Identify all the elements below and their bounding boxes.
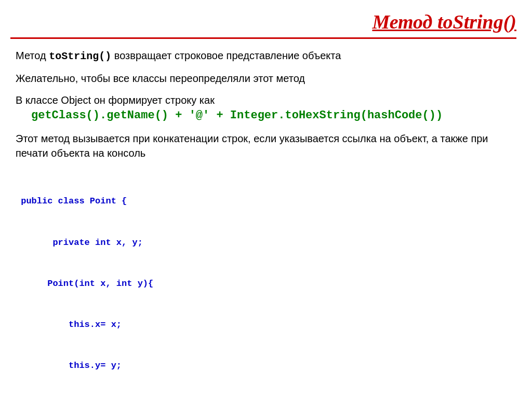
code-block: public class Point { private int x, y; P… [16,168,511,398]
code-line-1: public class Point { [16,195,511,208]
paragraph-1: Метод toString() возвращает строковое пр… [16,48,511,64]
p1-prefix: Метод [16,50,49,61]
slide: Метод toString() Метод toString() возвра… [0,0,532,398]
p3-prefix: В классе Object он формирует строку как [16,94,215,106]
code-line-2: private int x, y; [16,236,511,250]
paragraph-2: Желательно, чтобы все классы переопредел… [16,71,511,86]
p1-bold: toString() [49,50,111,62]
p1-suffix: возвращает строковое представление объек… [111,50,341,61]
p3-formula: getClass().getName() + '@' + Integer.toH… [31,109,443,122]
slide-content: Метод toString() возвращает строковое пр… [10,48,516,398]
slide-title: Метод toString() [10,10,516,39]
code-line-4: this.x= x; [16,318,511,332]
code-line-5: this.y= y; [16,359,511,373]
paragraph-4: Этот метод вызывается при конкатенации с… [16,131,511,160]
code-line-3: Point(int x, int y){ [16,277,511,291]
paragraph-3: В классе Object он формирует строку как … [16,93,511,124]
